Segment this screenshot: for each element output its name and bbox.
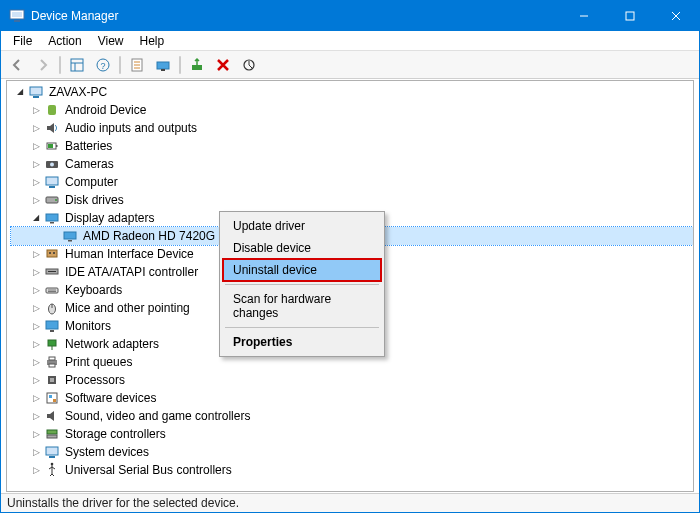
menu-file[interactable]: File — [5, 32, 40, 50]
android-icon — [43, 102, 61, 118]
minimize-button[interactable] — [561, 1, 607, 31]
tree-item-label: Storage controllers — [65, 425, 166, 443]
system-icon — [43, 444, 61, 460]
svg-text:?: ? — [100, 61, 105, 71]
tree-item-label: Print queues — [65, 353, 132, 371]
tree-item-audio[interactable]: Audio inputs and outputs — [11, 119, 693, 137]
tree-item-usb[interactable]: Universal Serial Bus controllers — [11, 461, 693, 479]
chevron-right-icon[interactable] — [29, 175, 43, 189]
menu-help[interactable]: Help — [132, 32, 173, 50]
svg-rect-58 — [47, 430, 57, 434]
tree-item-label: Human Interface Device — [65, 245, 194, 263]
chevron-right-icon[interactable] — [29, 355, 43, 369]
cm-properties[interactable]: Properties — [223, 331, 381, 353]
svg-rect-22 — [48, 105, 56, 115]
tree-item-label: Cameras — [65, 155, 114, 173]
chevron-right-icon[interactable] — [29, 391, 43, 405]
chevron-right-icon[interactable] — [29, 337, 43, 351]
titlebar: Device Manager — [1, 1, 699, 31]
tree-item-system[interactable]: System devices — [11, 443, 693, 461]
tree-item-label: System devices — [65, 443, 149, 461]
tree-item-batteries[interactable]: Batteries — [11, 137, 693, 155]
cm-update-driver[interactable]: Update driver — [223, 215, 381, 237]
chevron-down-icon[interactable] — [29, 211, 43, 225]
context-menu-separator — [225, 327, 379, 328]
cm-uninstall-device[interactable]: Uninstall device — [223, 259, 381, 281]
chevron-right-icon[interactable] — [29, 409, 43, 423]
svg-rect-52 — [49, 364, 55, 367]
tree-item-android[interactable]: Android Device — [11, 101, 693, 119]
chevron-right-icon[interactable] — [29, 139, 43, 153]
chevron-right-icon[interactable] — [29, 193, 43, 207]
back-button[interactable] — [5, 54, 29, 76]
camera-icon — [43, 156, 61, 172]
svg-rect-47 — [50, 330, 54, 332]
svg-point-31 — [55, 199, 57, 201]
svg-point-27 — [50, 163, 54, 167]
tree-item-label: IDE ATA/ATAPI controller — [65, 263, 198, 281]
tree-item-sound[interactable]: Sound, video and game controllers — [11, 407, 693, 425]
tree-root[interactable]: ZAVAX-PC — [11, 83, 693, 101]
svg-rect-57 — [53, 399, 56, 402]
tree-item-computer[interactable]: Computer — [11, 173, 693, 191]
enable-device-button[interactable] — [185, 54, 209, 76]
svg-rect-46 — [46, 321, 58, 329]
tree-item-software[interactable]: Software devices — [11, 389, 693, 407]
cm-disable-device[interactable]: Disable device — [223, 237, 381, 259]
menu-action[interactable]: Action — [40, 32, 89, 50]
tree-item-disk-drives[interactable]: Disk drives — [11, 191, 693, 209]
maximize-button[interactable] — [607, 1, 653, 31]
close-button[interactable] — [653, 1, 699, 31]
disk-icon — [43, 192, 61, 208]
svg-rect-25 — [48, 144, 53, 148]
svg-rect-34 — [64, 232, 76, 239]
tree-item-label: Processors — [65, 371, 125, 389]
forward-button[interactable] — [31, 54, 55, 76]
device-manager-icon — [9, 8, 25, 24]
chevron-right-icon[interactable] — [29, 319, 43, 333]
chevron-right-icon[interactable] — [29, 445, 43, 459]
tree-item-processors[interactable]: Processors — [11, 371, 693, 389]
svg-rect-33 — [50, 222, 54, 224]
tree-item-storage[interactable]: Storage controllers — [11, 425, 693, 443]
status-text: Uninstalls the driver for the selected d… — [7, 496, 239, 510]
usb-icon — [43, 462, 61, 478]
chevron-right-icon[interactable] — [29, 301, 43, 315]
svg-rect-36 — [47, 250, 57, 257]
chevron-down-icon[interactable] — [13, 85, 27, 99]
spacer — [47, 229, 61, 243]
cm-scan-hardware[interactable]: Scan for hardware changes — [223, 288, 381, 324]
tree-item-label: Software devices — [65, 389, 156, 407]
scan-hardware-button[interactable] — [237, 54, 261, 76]
chevron-right-icon[interactable] — [29, 463, 43, 477]
chevron-right-icon[interactable] — [29, 283, 43, 297]
tree-item-label: Monitors — [65, 317, 111, 335]
display-adapter-icon — [43, 210, 61, 226]
uninstall-device-button[interactable] — [211, 54, 235, 76]
tree-item-cameras[interactable]: Cameras — [11, 155, 693, 173]
help-topics-button[interactable]: ? — [91, 54, 115, 76]
svg-rect-7 — [71, 59, 83, 71]
sound-icon — [43, 408, 61, 424]
chevron-right-icon[interactable] — [29, 157, 43, 171]
chevron-right-icon[interactable] — [29, 265, 43, 279]
svg-rect-16 — [157, 62, 169, 69]
chevron-right-icon[interactable] — [29, 121, 43, 135]
svg-rect-21 — [33, 96, 39, 98]
chevron-right-icon[interactable] — [29, 247, 43, 261]
chevron-right-icon[interactable] — [29, 373, 43, 387]
svg-rect-2 — [12, 12, 22, 17]
storage-icon — [43, 426, 61, 442]
update-driver-button[interactable] — [151, 54, 175, 76]
tree-root-label: ZAVAX-PC — [49, 83, 107, 101]
properties-button[interactable] — [125, 54, 149, 76]
svg-point-62 — [51, 463, 54, 466]
chevron-right-icon[interactable] — [29, 103, 43, 117]
svg-rect-56 — [49, 395, 52, 398]
mouse-icon — [43, 300, 61, 316]
computer-icon — [27, 84, 45, 100]
menu-view[interactable]: View — [90, 32, 132, 50]
chevron-right-icon[interactable] — [29, 427, 43, 441]
show-hide-tree-button[interactable] — [65, 54, 89, 76]
svg-rect-29 — [49, 186, 55, 188]
